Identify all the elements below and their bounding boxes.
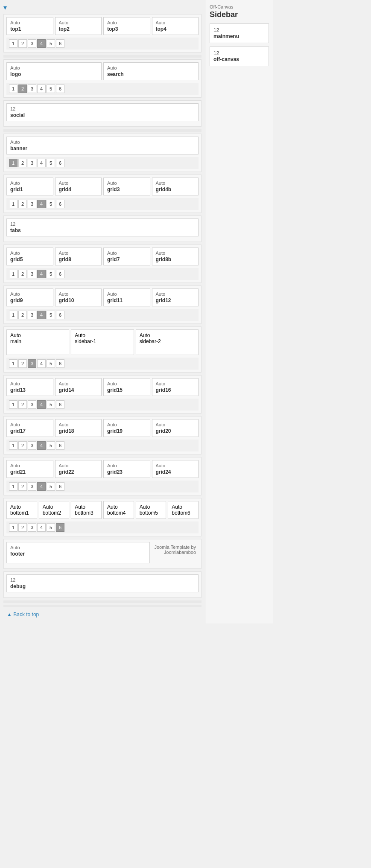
col-btn-3[interactable]: 3	[28, 523, 36, 532]
module-grid1[interactable]: Auto grid1	[6, 178, 53, 195]
col-btn-5[interactable]: 5	[47, 359, 55, 368]
module-grid19[interactable]: Auto grid19	[103, 419, 150, 437]
col-btn-4[interactable]: 4	[37, 523, 46, 532]
col-btn-3[interactable]: 3	[28, 84, 36, 93]
col-btn-2[interactable]: 2	[18, 270, 27, 278]
module-sidebar2[interactable]: Auto sidebar-2	[136, 329, 199, 355]
col-btn-1[interactable]: 1	[9, 523, 18, 532]
chevron-icon[interactable]: ▾	[3, 3, 202, 12]
col-btn-5[interactable]: 5	[47, 270, 55, 278]
col-btn-3[interactable]: 3	[28, 311, 36, 319]
col-btn-6[interactable]: 6	[56, 523, 64, 532]
col-btn-1[interactable]: 1	[9, 270, 18, 278]
col-btn-1[interactable]: 1	[9, 482, 18, 491]
col-btn-1[interactable]: 1	[9, 159, 18, 167]
col-btn-6[interactable]: 6	[56, 400, 64, 409]
col-btn-1[interactable]: 1	[9, 441, 18, 450]
module-grid15[interactable]: Auto grid15	[103, 378, 150, 396]
module-bottom4[interactable]: Auto bottom4	[103, 501, 134, 519]
col-btn-4[interactable]: 4	[37, 359, 46, 368]
col-btn-1[interactable]: 1	[9, 200, 18, 208]
module-grid12[interactable]: Auto grid12	[152, 288, 199, 306]
col-btn-5[interactable]: 5	[47, 482, 55, 491]
col-btn-5[interactable]: 5	[47, 39, 55, 48]
module-bottom1[interactable]: Auto bottom1	[6, 501, 37, 519]
module-main[interactable]: Auto main	[6, 329, 69, 355]
col-btn-2[interactable]: 2	[18, 84, 27, 93]
module-grid21[interactable]: Auto grid21	[6, 460, 53, 478]
col-btn-2[interactable]: 2	[18, 39, 27, 48]
col-btn-5[interactable]: 5	[47, 523, 55, 532]
col-btn-5[interactable]: 5	[47, 84, 55, 93]
module-grid4b[interactable]: Auto grid4b	[152, 178, 199, 195]
module-grid14[interactable]: Auto grid14	[55, 378, 102, 396]
col-btn-3[interactable]: 3	[28, 39, 36, 48]
module-grid3[interactable]: Auto grid3	[103, 178, 150, 195]
col-btn-6[interactable]: 6	[56, 359, 64, 368]
module-grid16[interactable]: Auto grid16	[152, 378, 199, 396]
col-btn-1[interactable]: 1	[9, 400, 18, 409]
col-btn-1[interactable]: 1	[9, 359, 18, 368]
module-bottom5[interactable]: Auto bottom5	[136, 501, 167, 519]
module-search[interactable]: Auto search	[103, 62, 199, 80]
module-top3[interactable]: Auto top3	[103, 17, 150, 35]
module-top2[interactable]: Auto top2	[55, 17, 102, 35]
col-btn-4[interactable]: 4	[37, 159, 46, 167]
module-bottom3[interactable]: Auto bottom3	[71, 501, 102, 519]
col-btn-4[interactable]: 4	[37, 39, 46, 48]
sidebar-module-mainmenu[interactable]: 12 mainmenu	[210, 23, 269, 43]
col-btn-5[interactable]: 5	[47, 441, 55, 450]
col-btn-3[interactable]: 3	[28, 482, 36, 491]
col-btn-4[interactable]: 4	[37, 200, 46, 208]
module-grid10[interactable]: Auto grid10	[55, 288, 102, 306]
module-logo[interactable]: Auto logo	[6, 62, 102, 80]
col-btn-6[interactable]: 6	[56, 84, 64, 93]
col-btn-5[interactable]: 5	[47, 400, 55, 409]
col-btn-1[interactable]: 1	[9, 84, 18, 93]
col-btn-2[interactable]: 2	[18, 200, 27, 208]
module-grid17[interactable]: Auto grid17	[6, 419, 53, 437]
col-btn-3[interactable]: 3	[28, 200, 36, 208]
col-btn-4[interactable]: 4	[37, 270, 46, 278]
col-btn-5[interactable]: 5	[47, 200, 55, 208]
col-btn-2[interactable]: 2	[18, 400, 27, 409]
col-btn-3[interactable]: 3	[28, 159, 36, 167]
module-bottom6[interactable]: Auto bottom6	[168, 501, 199, 519]
module-grid20[interactable]: Auto grid20	[152, 419, 199, 437]
module-debug[interactable]: 12 debug	[6, 574, 199, 592]
module-grid23[interactable]: Auto grid23	[103, 460, 150, 478]
col-btn-6[interactable]: 6	[56, 311, 64, 319]
module-grid5[interactable]: Auto grid5	[6, 248, 53, 265]
col-btn-5[interactable]: 5	[47, 311, 55, 319]
col-btn-2[interactable]: 2	[18, 482, 27, 491]
module-grid22[interactable]: Auto grid22	[55, 460, 102, 478]
module-grid18[interactable]: Auto grid18	[55, 419, 102, 437]
col-btn-6[interactable]: 6	[56, 39, 64, 48]
col-btn-6[interactable]: 6	[56, 270, 64, 278]
col-btn-1[interactable]: 1	[9, 311, 18, 319]
col-btn-4[interactable]: 4	[37, 400, 46, 409]
module-bottom2[interactable]: Auto bottom2	[39, 501, 70, 519]
col-btn-5[interactable]: 5	[47, 159, 55, 167]
module-tabs[interactable]: 12 tabs	[6, 218, 199, 236]
back-to-top[interactable]: ▲ Back to top	[3, 609, 202, 620]
module-footer[interactable]: Auto footer	[6, 542, 150, 563]
col-btn-3[interactable]: 3	[28, 400, 36, 409]
col-btn-6[interactable]: 6	[56, 159, 64, 167]
col-btn-1[interactable]: 1	[9, 39, 18, 48]
col-btn-2[interactable]: 2	[18, 359, 27, 368]
module-grid9[interactable]: Auto grid9	[6, 288, 53, 306]
sidebar-module-offcanvas[interactable]: 12 off-canvas	[210, 47, 269, 66]
col-btn-2[interactable]: 2	[18, 159, 27, 167]
col-btn-2[interactable]: 2	[18, 441, 27, 450]
col-btn-3[interactable]: 3	[28, 441, 36, 450]
module-social[interactable]: 12 social	[6, 103, 199, 121]
col-btn-2[interactable]: 2	[18, 523, 27, 532]
col-btn-6[interactable]: 6	[56, 200, 64, 208]
module-banner[interactable]: Auto banner	[6, 137, 199, 154]
module-grid24[interactable]: Auto grid24	[152, 460, 199, 478]
module-grid13[interactable]: Auto grid13	[6, 378, 53, 396]
module-grid8b[interactable]: Auto grid8b	[152, 248, 199, 265]
col-btn-6[interactable]: 6	[56, 441, 64, 450]
col-btn-4[interactable]: 4	[37, 482, 46, 491]
